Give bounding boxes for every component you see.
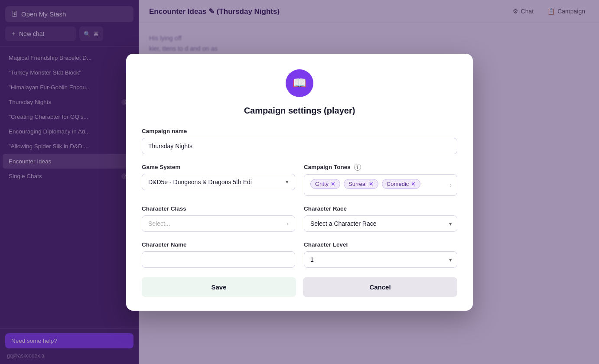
name-level-row: Character Name Character Level 1 <box>142 241 457 268</box>
chevron-down-icon: ▾ <box>286 179 289 185</box>
character-level-label: Character Level <box>304 241 457 248</box>
character-class-label: Character Class <box>142 205 295 212</box>
campaign-settings-modal: 📖 Campaign settings (player) Campaign na… <box>126 54 473 311</box>
game-system-label: Game System <box>142 164 295 170</box>
tone-tag-comedic: Comedic ✕ <box>382 179 420 189</box>
character-class-group: Character Class Select... › <box>142 205 295 232</box>
cancel-button[interactable]: Cancel <box>303 277 457 297</box>
chevron-right-icon: › <box>286 220 289 227</box>
remove-comedic-button[interactable]: ✕ <box>411 181 416 187</box>
campaign-tones-label: Campaign Tones i <box>304 164 457 171</box>
character-name-input[interactable] <box>142 251 295 268</box>
character-name-group: Character Name <box>142 241 295 268</box>
character-race-select[interactable]: Select a Character Race <box>304 215 457 232</box>
modal-icon: 📖 <box>286 69 313 97</box>
game-tones-row: Game System D&D5e - Dungeons & Dragons 5… <box>142 164 457 196</box>
book-open-icon: 📖 <box>293 76 306 90</box>
character-race-group: Character Race Select a Character Race <box>304 205 457 232</box>
character-level-select-wrapper: 1 <box>304 251 457 268</box>
character-race-select-wrapper: Select a Character Race <box>304 215 457 232</box>
tone-tag-surreal: Surreal ✕ <box>344 179 378 189</box>
game-system-group: Game System D&D5e - Dungeons & Dragons 5… <box>142 164 295 196</box>
remove-gritty-button[interactable]: ✕ <box>331 181 335 187</box>
character-race-label: Character Race <box>304 205 457 212</box>
character-level-select[interactable]: 1 <box>304 251 457 268</box>
character-class-placeholder: Select... <box>148 220 170 227</box>
game-system-select[interactable]: D&D5e - Dungeons & Dragons 5th Edi ▾ <box>142 174 295 190</box>
campaign-tones-group: Campaign Tones i Gritty ✕ Surreal ✕ Come… <box>304 164 457 196</box>
tone-gritty-label: Gritty <box>315 181 329 187</box>
campaign-tones-container[interactable]: Gritty ✕ Surreal ✕ Comedic ✕ › <box>304 174 457 196</box>
overlay-backdrop: 📖 Campaign settings (player) Campaign na… <box>0 0 599 364</box>
campaign-tones-info-icon[interactable]: i <box>354 164 361 171</box>
tones-expand-icon: › <box>449 182 452 188</box>
tone-tag-gritty: Gritty ✕ <box>310 179 340 189</box>
class-race-row: Character Class Select... › Character Ra… <box>142 205 457 232</box>
modal-buttons: Save Cancel <box>142 277 457 297</box>
game-system-value: D&D5e - Dungeons & Dragons 5th Edi <box>148 179 252 185</box>
campaign-name-group: Campaign name <box>142 128 457 154</box>
remove-surreal-button[interactable]: ✕ <box>369 181 374 187</box>
modal-title: Campaign settings (player) <box>142 106 457 116</box>
character-class-select[interactable]: Select... › <box>142 215 295 232</box>
campaign-name-input[interactable] <box>142 138 457 154</box>
tone-surreal-label: Surreal <box>348 181 367 187</box>
tone-comedic-label: Comedic <box>387 181 409 187</box>
save-button[interactable]: Save <box>142 277 296 297</box>
campaign-name-label: Campaign name <box>142 128 457 134</box>
character-name-label: Character Name <box>142 241 295 248</box>
character-level-group: Character Level 1 <box>304 241 457 268</box>
